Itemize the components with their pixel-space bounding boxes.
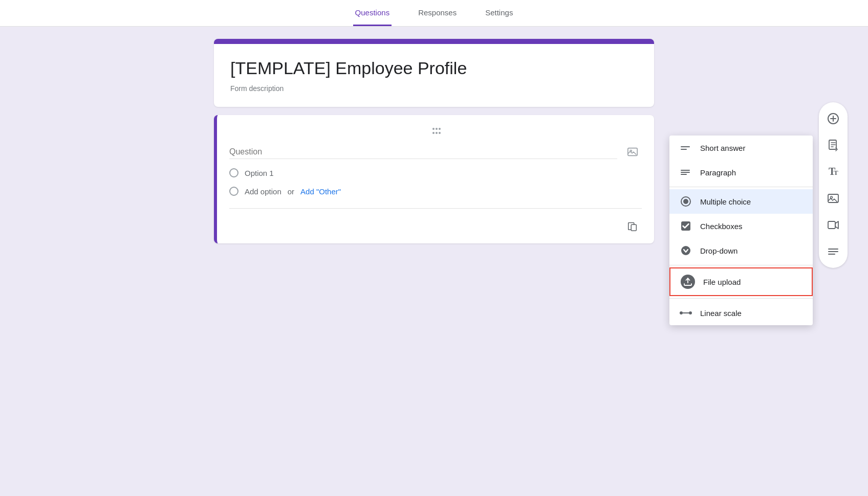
top-nav: Questions Responses Settings bbox=[0, 0, 868, 27]
dropdown-divider-1 bbox=[669, 187, 813, 187]
file-upload-label: File upload bbox=[703, 278, 741, 286]
add-section-button[interactable] bbox=[821, 239, 845, 264]
add-title-button[interactable]: T T bbox=[821, 160, 845, 184]
card-divider bbox=[229, 208, 642, 209]
paragraph-icon bbox=[680, 166, 692, 178]
dropdown-item-file-upload[interactable]: File upload bbox=[669, 267, 813, 296]
drag-handle bbox=[229, 127, 642, 134]
dropdown-item-short-answer[interactable]: Short answer bbox=[669, 136, 813, 160]
multiple-choice-icon bbox=[680, 195, 692, 208]
import-questions-button[interactable] bbox=[821, 133, 845, 157]
right-sidebar: T T bbox=[819, 102, 848, 268]
paragraph-label: Paragraph bbox=[700, 168, 736, 177]
svg-text:T: T bbox=[834, 169, 838, 176]
add-option-text[interactable]: Add option bbox=[245, 187, 281, 196]
dropdown-divider-3 bbox=[669, 298, 813, 299]
question-input-row bbox=[229, 143, 642, 161]
svg-rect-8 bbox=[631, 224, 636, 231]
file-upload-icon bbox=[681, 275, 695, 289]
add-image-to-question-button[interactable] bbox=[623, 143, 642, 161]
checkboxes-icon bbox=[680, 220, 692, 232]
svg-point-4 bbox=[439, 128, 441, 130]
linear-scale-label: Linear scale bbox=[700, 309, 742, 318]
main-area: [TEMPLATE] Employee Profile Form descrip… bbox=[214, 27, 654, 252]
dropdown-item-linear-scale[interactable]: Linear scale bbox=[669, 301, 813, 325]
add-other-link[interactable]: Add "Other" bbox=[300, 187, 341, 196]
svg-point-18 bbox=[680, 311, 683, 314]
svg-point-2 bbox=[436, 128, 438, 130]
or-text: or bbox=[288, 187, 294, 196]
checkboxes-label: Checkboxes bbox=[700, 222, 743, 231]
question-card: Option 1 Add option or Add "Other" bbox=[214, 115, 654, 243]
svg-rect-32 bbox=[828, 221, 835, 229]
form-header-card: [TEMPLATE] Employee Profile Form descrip… bbox=[214, 39, 654, 107]
add-option-row: Add option or Add "Other" bbox=[229, 183, 642, 200]
tab-responses[interactable]: Responses bbox=[416, 0, 459, 26]
dropdown-item-multiple-choice[interactable]: Multiple choice bbox=[669, 189, 813, 214]
dropdown-item-checkboxes[interactable]: Checkboxes bbox=[669, 214, 813, 238]
add-video-button[interactable] bbox=[821, 213, 845, 237]
svg-point-5 bbox=[439, 132, 441, 134]
svg-point-1 bbox=[432, 132, 435, 134]
multiple-choice-label: Multiple choice bbox=[700, 197, 751, 206]
short-answer-icon bbox=[680, 142, 692, 154]
linear-scale-icon bbox=[680, 307, 692, 319]
svg-point-17 bbox=[681, 246, 690, 255]
tab-questions[interactable]: Questions bbox=[353, 0, 392, 26]
add-question-button[interactable] bbox=[821, 106, 845, 131]
form-description[interactable]: Form description bbox=[230, 84, 638, 93]
drop-down-icon bbox=[680, 244, 692, 257]
radio-circle-option1 bbox=[229, 168, 238, 177]
option-1-row: Option 1 bbox=[229, 163, 642, 183]
dropdown-divider-2 bbox=[669, 265, 813, 265]
svg-point-15 bbox=[683, 199, 688, 204]
option-1-label: Option 1 bbox=[245, 169, 274, 177]
svg-point-3 bbox=[436, 132, 438, 134]
duplicate-question-button[interactable] bbox=[623, 217, 642, 235]
dropdown-item-drop-down[interactable]: Drop-down bbox=[669, 238, 813, 263]
short-answer-label: Short answer bbox=[700, 144, 745, 152]
tab-settings[interactable]: Settings bbox=[483, 0, 515, 26]
card-actions bbox=[229, 217, 642, 235]
question-input[interactable] bbox=[229, 145, 617, 159]
question-type-dropdown: Short answer Paragraph bbox=[669, 136, 813, 325]
dropdown-item-paragraph[interactable]: Paragraph bbox=[669, 160, 813, 185]
drop-down-label: Drop-down bbox=[700, 246, 737, 255]
form-title: [TEMPLATE] Employee Profile bbox=[230, 58, 638, 78]
add-image-button[interactable] bbox=[821, 186, 845, 211]
svg-point-0 bbox=[432, 128, 435, 130]
radio-circle-add bbox=[229, 187, 238, 196]
svg-point-20 bbox=[689, 311, 692, 314]
